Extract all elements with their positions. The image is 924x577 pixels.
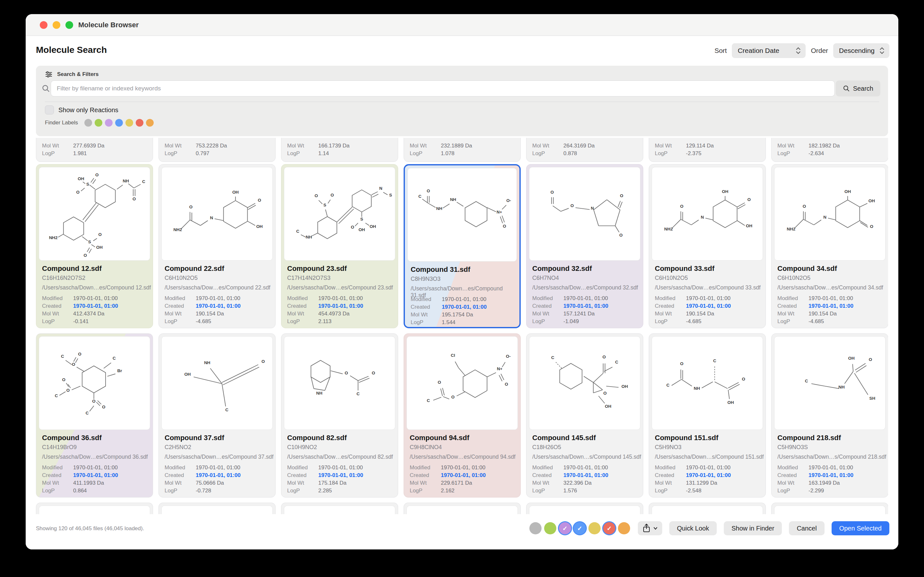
molecule-card-partial[interactable]: Mol Wt753.2228 DaLogP0.797 bbox=[158, 138, 276, 162]
card-filename: Compound 33.sdf bbox=[655, 264, 714, 273]
molecule-card-partial[interactable] bbox=[526, 503, 643, 514]
molecule-card[interactable]: ClOOCN+O-O Compound 94.sdf C9H8ClNO4 /Us… bbox=[404, 334, 521, 498]
order-select[interactable]: Descending bbox=[833, 43, 889, 58]
molecule-card-partial[interactable]: Mol Wt129.114 DaLogP-2.375 bbox=[649, 138, 766, 162]
finder-label-filter-dot[interactable]: ✓ bbox=[603, 522, 615, 534]
share-button[interactable] bbox=[638, 521, 662, 535]
finder-labels-label: Finder Labels bbox=[45, 119, 78, 126]
molecule-card-partial[interactable]: Mol Wt277.6939 DaLogP1.981 bbox=[36, 138, 153, 162]
finder-label-filter-dot[interactable] bbox=[544, 522, 556, 534]
molecule-card-partial[interactable]: Mol Wt232.1889 DaLogP1.078 bbox=[404, 138, 521, 162]
meta-row: Mol Wt277.6939 Da bbox=[42, 142, 149, 150]
molecule-card[interactable]: OONOO Compound 32.sdf C6H7NO4 /Users/sas… bbox=[526, 164, 643, 328]
molecule-card-partial[interactable] bbox=[281, 503, 398, 514]
meta-value: 1970-01-01, 01:00 bbox=[318, 303, 363, 309]
finder-label-dot[interactable] bbox=[84, 119, 92, 127]
show-only-reactions-checkbox[interactable] bbox=[45, 105, 54, 114]
finder-label-filter-dot[interactable] bbox=[588, 522, 601, 534]
finder-label-dot[interactable] bbox=[146, 119, 153, 127]
card-filepath: /Users/sascha/Dow…es/Compound 32.sdf bbox=[532, 284, 638, 291]
svg-text:O: O bbox=[132, 197, 136, 201]
meta-row: LogP2.162 bbox=[410, 487, 517, 495]
meta-row: Mol Wt753.2228 Da bbox=[165, 142, 271, 150]
molecule-card-partial[interactable] bbox=[404, 503, 521, 514]
svg-text:O: O bbox=[619, 233, 622, 237]
molecule-card-partial[interactable] bbox=[771, 503, 888, 514]
search-filters-panel: Search & Filters Search Show only Reacti… bbox=[36, 66, 888, 136]
meta-row: Modified1970-01-01, 01:00 bbox=[777, 295, 884, 302]
card-filename: Compound 34.sdf bbox=[777, 264, 837, 273]
molecule-card[interactable]: OHONHCSH Compound 218.sdf C5H9NO3S /User… bbox=[771, 334, 888, 498]
meta-value: -2.299 bbox=[809, 488, 824, 494]
card-filepath: /Users/sascha/Dow…es/Compound 23.sdf bbox=[287, 284, 393, 291]
card-metadata: Modified1970-01-01, 01:00Created1970-01-… bbox=[287, 295, 394, 326]
svg-text:N: N bbox=[379, 186, 383, 191]
status-text: Showing 120 of 46,045 files (46,045 load… bbox=[36, 514, 144, 543]
svg-text:O: O bbox=[62, 377, 65, 382]
meta-value: 1970-01-01, 01:00 bbox=[564, 472, 608, 479]
finder-label-filter-dot[interactable]: ✓ bbox=[573, 522, 586, 534]
finder-label-filter-dot[interactable] bbox=[529, 522, 541, 534]
minimize-window-button[interactable] bbox=[53, 21, 60, 29]
molecule-card-partial[interactable]: Mol Wt182.1982 DaLogP-2.634 bbox=[771, 138, 888, 162]
search-input[interactable] bbox=[51, 81, 835, 97]
search-icon bbox=[42, 84, 50, 93]
card-filename: Compound 37.sdf bbox=[165, 434, 224, 442]
molecule-card[interactable]: NH2ONOHOOH Compound 22.sdf C6H10N2O5 /Us… bbox=[158, 164, 276, 328]
meta-label: Modified bbox=[410, 464, 441, 471]
meta-row: LogP0.797 bbox=[165, 150, 271, 157]
finder-label-filter-dot[interactable]: ✓ bbox=[559, 522, 571, 534]
molecule-card[interactable]: OCOOCOOCOBrC Compound 36.sdf C14H19BrO9 … bbox=[36, 334, 153, 498]
search-button[interactable]: Search bbox=[836, 81, 880, 97]
molecule-card[interactable]: NH2ONOHOHO Compound 34.sdf C6H10N2O5 /Us… bbox=[771, 164, 888, 328]
molecule-card-partial[interactable] bbox=[158, 503, 276, 514]
molecule-card[interactable]: CONHCOOH Compound 151.sdf C5H9NO3 /Users… bbox=[649, 334, 766, 498]
molecule-card[interactable]: NHOHCO Compound 37.sdf C2H5NO2 /Users/sa… bbox=[158, 334, 276, 498]
meta-value: 1.981 bbox=[73, 150, 87, 157]
card-filename: Compound 145.sdf bbox=[532, 434, 596, 442]
cancel-button[interactable]: Cancel bbox=[789, 521, 824, 535]
molecule-card-partial[interactable] bbox=[36, 503, 153, 514]
molecule-card-partial[interactable]: Mol Wt166.1739 DaLogP1.14 bbox=[281, 138, 398, 162]
molecule-card[interactable]: NHCSOONSSOOHOH Compound 23.sdf C17H14N2O… bbox=[281, 164, 398, 328]
quick-look-button[interactable]: Quick Look bbox=[669, 521, 717, 535]
finder-label-dot[interactable] bbox=[95, 119, 102, 127]
meta-label: Mol Wt bbox=[655, 480, 686, 486]
svg-text:O: O bbox=[620, 193, 623, 198]
meta-row: Created1970-01-01, 01:00 bbox=[777, 302, 884, 310]
molecule-card[interactable]: OHOSONHCONH2SOHOO Compound 12.sdf C16H16… bbox=[36, 164, 153, 328]
meta-label: Created bbox=[410, 472, 441, 479]
molecule-card-partial[interactable] bbox=[649, 503, 766, 514]
meta-row: Created1970-01-01, 01:00 bbox=[410, 472, 517, 479]
zoom-window-button[interactable] bbox=[65, 21, 73, 29]
finder-label-dot[interactable] bbox=[136, 119, 144, 127]
svg-text:N: N bbox=[701, 215, 704, 219]
meta-value: 1970-01-01, 01:00 bbox=[441, 464, 485, 471]
molecule-card[interactable]: OOCNH Compound 82.sdf C10H9NO2 /Users/sa… bbox=[281, 334, 398, 498]
show-in-finder-button[interactable]: Show in Finder bbox=[724, 521, 782, 535]
close-window-button[interactable] bbox=[40, 21, 47, 29]
meta-row: Mol Wt163.1949 Da bbox=[777, 479, 884, 487]
molecule-card-partial[interactable]: Mol Wt264.3169 DaLogP0.878 bbox=[526, 138, 643, 162]
sort-select[interactable]: Creation Date bbox=[732, 43, 806, 58]
finder-label-filter-dot[interactable] bbox=[618, 522, 630, 534]
meta-value: 129.114 Da bbox=[686, 143, 714, 149]
finder-label-dot[interactable] bbox=[105, 119, 113, 127]
molecule-card[interactable]: NH2ONOHOOH Compound 33.sdf C6H10N2O5 /Us… bbox=[649, 164, 766, 328]
meta-value: 1970-01-01, 01:00 bbox=[318, 464, 363, 471]
meta-label: LogP bbox=[411, 319, 442, 326]
molecule-card[interactable]: COOCOHOH Compound 145.sdf C18H26O5 /User… bbox=[526, 334, 643, 498]
finder-label-dot[interactable] bbox=[126, 119, 133, 127]
footer: Showing 120 of 46,045 files (46,045 load… bbox=[26, 514, 898, 550]
molecule-browser-window: Molecule Browser Molecule Search Sort Cr… bbox=[26, 14, 898, 550]
chevron-down-icon bbox=[653, 527, 658, 530]
molecule-card[interactable]: CONHNHN+O-O Compound 31.sdf C8H9N3O3 /Us… bbox=[404, 164, 521, 328]
card-formula: C6H7NO4 bbox=[532, 275, 559, 282]
finder-label-dot[interactable] bbox=[115, 119, 123, 127]
meta-value: -4.685 bbox=[196, 318, 211, 325]
meta-value: 190.154 Da bbox=[686, 311, 714, 317]
search-icon bbox=[843, 85, 850, 92]
open-selected-button[interactable]: Open Selected bbox=[832, 521, 889, 535]
meta-label: LogP bbox=[165, 488, 196, 494]
meta-label: Modified bbox=[287, 295, 318, 301]
